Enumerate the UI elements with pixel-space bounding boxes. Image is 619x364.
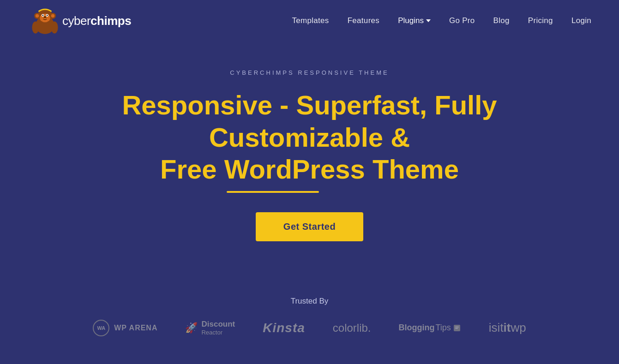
nav-link-plugins[interactable]: Plugins — [398, 16, 431, 25]
colorlib-logo: colorlib. — [333, 322, 371, 334]
blogging-tips-text: Blogging Tips — [399, 323, 461, 333]
nav-link-go-pro[interactable]: Go Pro — [449, 16, 475, 25]
nav-item-login[interactable]: Login — [571, 16, 591, 25]
discount-reactor-text: Discount Reactor — [201, 320, 235, 336]
svg-point-12 — [32, 21, 39, 33]
svg-point-6 — [47, 14, 48, 16]
navbar: cyberchimps Templates Features Plugins G… — [0, 0, 619, 42]
svg-rect-16 — [455, 328, 458, 329]
blogging-tips-icon — [453, 324, 461, 332]
wp-arena-icon: WA — [93, 320, 109, 336]
get-started-button[interactable]: Get Started — [256, 212, 363, 241]
nav-item-templates[interactable]: Templates — [292, 16, 329, 25]
trusted-logos-row: WA WP ARENA 🚀 Discount Reactor Kinsta co… — [28, 320, 591, 336]
nav-item-pricing[interactable]: Pricing — [528, 16, 553, 25]
nav-menu: Templates Features Plugins Go Pro Blog P… — [292, 16, 591, 25]
nav-link-templates[interactable]: Templates — [292, 16, 329, 25]
wp-arena-text: WP ARENA — [114, 324, 157, 332]
hero-underline-decoration — [227, 191, 319, 193]
nav-item-blog[interactable]: Blog — [493, 16, 510, 25]
svg-point-9 — [36, 14, 39, 18]
chevron-down-icon — [426, 19, 431, 22]
logo-icon — [28, 4, 62, 38]
logo-text: cyberchimps — [62, 14, 131, 28]
nav-item-features[interactable]: Features — [348, 16, 380, 25]
svg-point-11 — [51, 14, 55, 18]
svg-point-13 — [51, 21, 58, 33]
discount-reactor-logo: 🚀 Discount Reactor — [185, 320, 235, 336]
trusted-section: Trusted By WA WP ARENA 🚀 Discount Reacto… — [0, 297, 619, 355]
rocket-icon: 🚀 — [185, 322, 198, 334]
trusted-label: Trusted By — [291, 297, 329, 306]
nav-link-login[interactable]: Login — [571, 16, 591, 25]
isitwp-logo: isititwp — [489, 321, 526, 335]
nav-link-pricing[interactable]: Pricing — [528, 16, 553, 25]
blogging-tips-logo: Blogging Tips — [399, 323, 461, 333]
svg-point-7 — [44, 16, 47, 18]
svg-rect-15 — [455, 327, 459, 328]
logo-area[interactable]: cyberchimps — [28, 4, 131, 38]
colorlib-text: colorlib. — [333, 322, 371, 334]
hero-section: CYBERCHIMPS RESPONSIVE THEME Responsive … — [0, 42, 619, 297]
nav-link-features[interactable]: Features — [348, 16, 380, 25]
isitwp-text: isititwp — [489, 321, 526, 335]
nav-item-plugins[interactable]: Plugins — [398, 16, 431, 25]
kinsta-logo: Kinsta — [263, 321, 305, 335]
kinsta-text: Kinsta — [263, 321, 305, 335]
wp-arena-logo: WA WP ARENA — [93, 320, 157, 336]
nav-item-go-pro[interactable]: Go Pro — [449, 16, 475, 25]
nav-link-blog[interactable]: Blog — [493, 16, 510, 25]
hero-subtitle: CYBERCHIMPS RESPONSIVE THEME — [230, 69, 389, 76]
hero-title: Responsive - Superfast, Fully Customizab… — [102, 89, 517, 185]
svg-point-5 — [42, 14, 43, 16]
